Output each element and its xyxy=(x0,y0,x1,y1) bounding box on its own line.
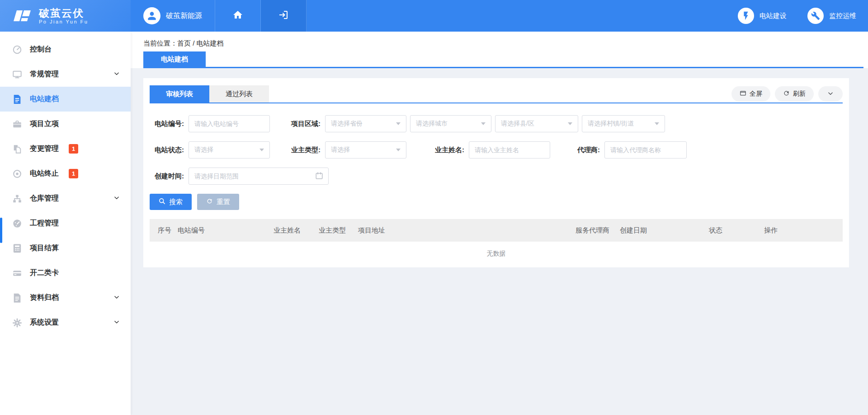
city-select[interactable]: 请选择城市 xyxy=(410,115,491,132)
sidebar-item-label: 开二类卡 xyxy=(30,268,59,278)
sidebar-item-change-mgmt[interactable]: 变更管理 1 xyxy=(0,136,131,161)
sidebar: 控制台 常规管理 电站建档 项目立项 xyxy=(0,32,131,415)
station-status-label: 电站状态: xyxy=(150,146,189,154)
sign-in-button[interactable] xyxy=(261,0,307,32)
caret-down-icon xyxy=(568,122,572,125)
sidebar-item-open-class2-card[interactable]: 开二类卡 xyxy=(0,261,131,285)
content-area: 审核列表 通过列表 全屏 刷新 xyxy=(131,68,868,415)
calendar-icon[interactable] xyxy=(315,172,323,182)
station-termination-badge: 1 xyxy=(69,169,78,178)
user-avatar-icon xyxy=(143,7,160,24)
nav-monitoring-ops[interactable]: 监控运维 xyxy=(807,8,856,24)
sidebar-item-general-mgmt[interactable]: 常规管理 xyxy=(0,62,131,87)
brand-title: 破茧云伏 xyxy=(39,7,88,19)
page-tab-station-archive[interactable]: 电站建档 xyxy=(143,51,206,67)
station-no-label: 电站编号: xyxy=(150,120,189,128)
owner-name-input[interactable] xyxy=(469,141,550,159)
tab-review-list[interactable]: 审核列表 xyxy=(150,85,209,103)
chevron-down-icon xyxy=(113,319,120,327)
agent-input[interactable] xyxy=(604,141,687,159)
chevron-down-icon xyxy=(113,70,120,79)
chevron-down-icon xyxy=(827,90,834,98)
col-owner-type: 业主类型 xyxy=(319,226,358,235)
sidebar-item-label: 电站终止 xyxy=(30,169,59,178)
refresh-label: 刷新 xyxy=(793,90,806,98)
caret-down-icon xyxy=(396,149,401,151)
col-seq: 序号 xyxy=(150,226,178,235)
sidebar-item-station-archive[interactable]: 电站建档 xyxy=(0,87,131,112)
nav-station-construction[interactable]: 电站建设 xyxy=(738,8,787,24)
dashboard-icon xyxy=(12,44,23,55)
sidebar-item-label: 电站建档 xyxy=(30,94,59,104)
sidebar-item-label: 工程管理 xyxy=(30,219,59,228)
sidebar-item-engineering-mgmt[interactable]: 工程管理 xyxy=(0,211,131,236)
sidebar-scrollbar[interactable] xyxy=(0,218,2,243)
search-button[interactable]: 搜索 xyxy=(150,194,192,210)
sidebar-item-warehouse-mgmt[interactable]: 仓库管理 xyxy=(0,186,131,211)
collapse-button[interactable] xyxy=(818,86,843,102)
chevron-down-icon xyxy=(113,195,120,203)
gear-icon xyxy=(12,317,23,328)
chevron-down-icon xyxy=(113,294,120,302)
caret-down-icon xyxy=(396,122,401,125)
owner-name-label: 业主姓名: xyxy=(430,146,469,154)
fullscreen-label: 全屏 xyxy=(750,90,762,98)
station-no-input[interactable] xyxy=(189,115,270,132)
sitemap-icon xyxy=(12,193,23,204)
date-range-input[interactable] xyxy=(189,168,329,185)
fullscreen-button[interactable]: 全屏 xyxy=(731,86,770,102)
col-service-agent: 服务代理商 xyxy=(576,226,620,235)
home-button[interactable] xyxy=(215,0,261,32)
county-select[interactable]: 请选择县/区 xyxy=(495,115,578,132)
nav-station-construction-label: 电站建设 xyxy=(760,12,787,20)
sidebar-item-label: 变更管理 xyxy=(30,144,59,154)
copy-icon xyxy=(12,144,23,154)
province-select[interactable]: 请选择省份 xyxy=(325,115,406,132)
owner-type-select[interactable]: 请选择 xyxy=(325,141,406,159)
filter-form: 电站编号: 项目区域: 请选择省份 请选择城市 请选择县/区 xyxy=(150,115,843,185)
refresh-icon xyxy=(783,90,790,98)
sidebar-item-label: 项目立项 xyxy=(30,119,59,129)
col-station-no: 电站编号 xyxy=(178,226,274,235)
target-icon xyxy=(12,168,23,179)
gauge-icon xyxy=(12,218,23,229)
topbar: 破茧云伏 Po Jian Yun Fu 破茧新能源 xyxy=(0,0,868,32)
refresh-button[interactable]: 刷新 xyxy=(775,86,814,102)
caret-down-icon xyxy=(259,149,264,151)
empty-state-text: 无数据 xyxy=(150,250,843,258)
app-window: 破茧云伏 Po Jian Yun Fu 破茧新能源 xyxy=(0,0,868,415)
owner-type-label: 业主类型: xyxy=(286,146,325,154)
sidebar-item-project-initiation[interactable]: 项目立项 xyxy=(0,112,131,136)
tabs-underline xyxy=(150,103,843,103)
sidebar-item-label: 仓库管理 xyxy=(30,194,59,203)
col-status: 状态 xyxy=(709,226,764,235)
col-create-date: 创建日期 xyxy=(620,226,709,235)
table-header-row: 序号 电站编号 业主姓名 业主类型 项目地址 服务代理商 创建日期 状态 操作 xyxy=(150,219,843,242)
sidebar-item-project-settlement[interactable]: 项目结算 xyxy=(0,236,131,261)
sidebar-item-console[interactable]: 控制台 xyxy=(0,37,131,62)
file-icon xyxy=(12,293,23,303)
brand-subtitle: Po Jian Yun Fu xyxy=(39,19,88,24)
search-label: 搜索 xyxy=(169,198,183,206)
change-mgmt-badge: 1 xyxy=(69,144,78,154)
sidebar-item-data-archive[interactable]: 资料归档 xyxy=(0,285,131,310)
sidebar-item-station-termination[interactable]: 电站终止 1 xyxy=(0,161,131,186)
monitor-icon xyxy=(12,69,23,80)
reset-icon xyxy=(206,198,213,206)
sidebar-item-system-settings[interactable]: 系统设置 xyxy=(0,310,131,335)
brand-logo: 破茧云伏 Po Jian Yun Fu xyxy=(0,0,131,32)
agent-label: 代理商: xyxy=(572,146,604,154)
station-status-select[interactable]: 请选择 xyxy=(189,141,270,159)
fullscreen-icon xyxy=(740,90,746,98)
main-area: 当前位置：首页 / 电站建档 电站建档 审核列表 通过列表 全屏 xyxy=(131,32,868,415)
town-select[interactable]: 请选择村镇/街道 xyxy=(582,115,665,132)
reset-button[interactable]: 重置 xyxy=(197,194,239,210)
sidebar-item-label: 项目结算 xyxy=(30,243,59,253)
search-icon xyxy=(159,198,165,206)
current-user[interactable]: 破茧新能源 xyxy=(131,0,215,32)
tab-passed-list[interactable]: 通过列表 xyxy=(209,85,269,103)
region-label: 项目区域: xyxy=(286,120,325,128)
card-icon xyxy=(12,268,23,279)
sign-in-icon xyxy=(278,9,289,22)
sidebar-item-label: 控制台 xyxy=(30,45,52,54)
